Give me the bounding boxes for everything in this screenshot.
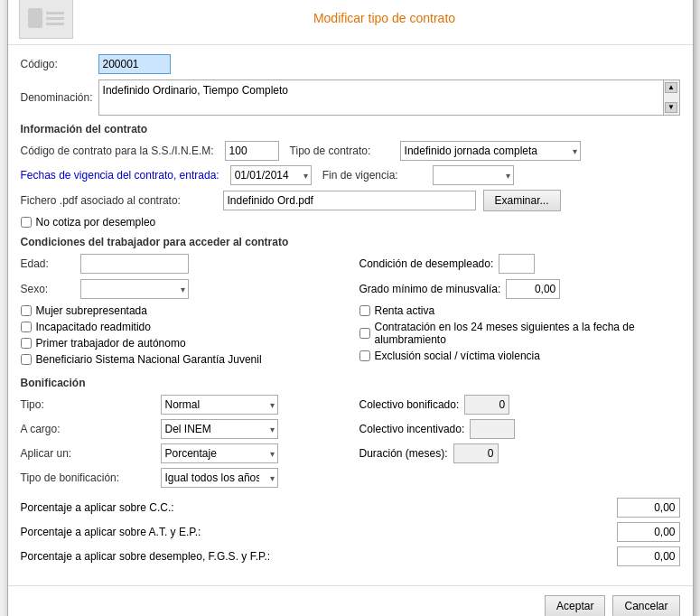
fin-vigencia-select[interactable]	[433, 165, 514, 185]
porcentaje-desempleo-row: Porcentaje a aplicar sobre desempleo, F.…	[21, 546, 680, 566]
condicion-desempleado-input[interactable]	[499, 254, 535, 274]
a-cargo-select[interactable]: Del INEM	[161, 419, 278, 439]
fichero-pdf-label: Fichero .pdf asociado al contrato:	[21, 194, 210, 207]
porcentaje-at-row: Porcentaje a aplicar sobre A.T. y E.P.:	[21, 522, 680, 542]
edad-row: Edad:	[21, 254, 341, 274]
tipo-bonificacion-row: Tipo de bonificación: Igual todos los añ…	[21, 468, 341, 488]
exclusion-social-row: Exclusión social / víctima violencia	[359, 350, 680, 362]
condiciones-header: Condiciones del trabajador para acceder …	[21, 236, 680, 248]
denominacion-label: Denominación:	[21, 91, 93, 104]
a-cargo-row: A cargo: Del INEM	[21, 419, 341, 439]
no-cotiza-label: No cotiza por desempleo	[36, 216, 156, 229]
aplicar-un-select[interactable]: Porcentaje	[161, 443, 278, 463]
contratacion-24-row: Contratación en los 24 meses siguientes …	[359, 321, 680, 346]
duracion-label: Duración (meses):	[359, 447, 448, 460]
cod-tipo-row: Código de contrato para la S.S./I.N.E.M:…	[21, 141, 680, 161]
porcentaje-at-label: Porcentaje a aplicar sobre A.T. y E.P.:	[21, 526, 617, 538]
fin-vigencia-select-wrapper[interactable]	[433, 165, 514, 185]
aplicar-un-label: Aplicar un:	[21, 447, 161, 460]
porcentaje-cc-input[interactable]	[617, 498, 680, 518]
tipo-bonif-select[interactable]: Normal	[161, 395, 278, 415]
scroll-down-btn[interactable]: ▼	[665, 102, 677, 113]
denominacion-value: Indefinido Ordinario, Tiempo Completo	[103, 84, 288, 97]
bonificacion-header: Bonificación	[21, 377, 680, 389]
info-contrato-header: Información del contrato	[21, 123, 680, 135]
codigo-input[interactable]	[98, 54, 171, 74]
cod-ss-input[interactable]	[225, 141, 279, 161]
dialog-container: Modificar tipo de contrato Código: Denom…	[7, 0, 694, 616]
bonif-left-col: Tipo: Normal A cargo: Del INEM	[21, 395, 341, 492]
sexo-select[interactable]	[80, 279, 189, 299]
tipo-contrato-select-wrapper[interactable]: Indefinido jornada completa	[400, 141, 581, 161]
fechas-fin-row: Fechas de vigencia del contrato, entrada…	[21, 165, 680, 185]
incapacitado-label: Incapacitado readmitido	[36, 321, 151, 333]
cod-ss-group: Código de contrato para la S.S./I.N.E.M:	[21, 141, 279, 161]
tipo-contrato-group: Tipo de contrato: Indefinido jornada com…	[290, 141, 581, 161]
colectivo-incentivado-input[interactable]	[470, 419, 515, 439]
tipo-contrato-label: Tipo de contrato:	[290, 145, 389, 157]
renta-activa-label: Renta activa	[375, 304, 435, 317]
tipo-bonificacion-label: Tipo de bonificación:	[21, 471, 161, 484]
tipo-contrato-select[interactable]: Indefinido jornada completa	[400, 141, 581, 161]
denominacion-row: Denominación: Indefinido Ordinario, Tiem…	[21, 79, 680, 116]
incapacitado-row: Incapacitado readmitido	[21, 321, 341, 333]
beneficiario-row: Beneficiario Sistema Nacional Garantía J…	[21, 353, 341, 366]
exclusion-social-label: Exclusión social / víctima violencia	[375, 350, 540, 362]
exclusion-social-checkbox[interactable]	[359, 350, 370, 361]
colectivo-bonificado-input[interactable]	[464, 395, 509, 415]
fechas-vigencia-label: Fechas de vigencia del contrato, entrada…	[21, 169, 219, 182]
colectivo-bonificado-row: Colectivo bonificado:	[359, 395, 680, 415]
sexo-select-wrapper[interactable]	[80, 279, 189, 299]
no-cotiza-row: No cotiza por desempleo	[21, 216, 680, 229]
fechas-vigencia-group: Fechas de vigencia del contrato, entrada…	[21, 165, 312, 185]
a-cargo-select-wrapper[interactable]: Del INEM	[161, 419, 278, 439]
porcentaje-desempleo-input[interactable]	[617, 546, 680, 566]
renta-activa-checkbox[interactable]	[359, 305, 370, 316]
mujer-checkbox[interactable]	[21, 305, 32, 316]
edad-input[interactable]	[80, 254, 189, 274]
fin-vigencia-label: Fin de vigencia:	[322, 169, 422, 182]
dialog-footer: Aceptar Cancelar	[8, 585, 693, 617]
contratacion-24-checkbox[interactable]	[359, 328, 370, 339]
primer-trabajador-checkbox[interactable]	[21, 338, 32, 349]
incapacitado-checkbox[interactable]	[21, 322, 32, 332]
tipo-bonificacion-select[interactable]: Igual todos los años	[161, 468, 278, 488]
cancelar-button[interactable]: Cancelar	[612, 595, 679, 617]
fechas-vigencia-select[interactable]: 01/01/2014	[230, 165, 312, 185]
tipo-bonif-row: Tipo: Normal	[21, 395, 341, 415]
tipo-bonificacion-select-wrapper[interactable]: Igual todos los años	[161, 468, 278, 488]
dialog-body: Código: Denominación: Indefinido Ordinar…	[8, 45, 693, 580]
condicion-desempleado-row: Condición de desempleado:	[359, 254, 680, 274]
cod-ss-label: Código de contrato para la S.S./I.N.E.M:	[21, 145, 214, 157]
duracion-input[interactable]	[453, 443, 499, 463]
grado-minusvalia-label: Grado mínimo de minusvalía:	[359, 283, 501, 295]
aplicar-un-row: Aplicar un: Porcentaje	[21, 443, 341, 463]
dialog-title: Modificar tipo de contrato	[88, 11, 682, 25]
fin-vigencia-group: Fin de vigencia:	[322, 165, 514, 185]
aceptar-button[interactable]: Aceptar	[545, 595, 605, 617]
codigo-row: Código:	[21, 54, 680, 74]
renta-activa-row: Renta activa	[359, 304, 680, 317]
porcentajes-section: Porcentaje a aplicar sobre C.C.: Porcent…	[21, 498, 680, 566]
scroll-up-btn[interactable]: ▲	[665, 82, 677, 93]
aplicar-un-select-wrapper[interactable]: Porcentaje	[161, 443, 278, 463]
fichero-pdf-input[interactable]	[223, 191, 476, 210]
beneficiario-label: Beneficiario Sistema Nacional Garantía J…	[36, 353, 262, 366]
condicion-desempleado-label: Condición de desempleado:	[359, 257, 494, 270]
mujer-row: Mujer subrepresentada	[21, 304, 341, 317]
beneficiario-checkbox[interactable]	[21, 354, 32, 365]
sexo-row: Sexo:	[21, 279, 341, 299]
colectivo-incentivado-label: Colectivo incentivado:	[359, 423, 465, 435]
grado-minusvalia-input[interactable]	[506, 279, 560, 299]
tipo-bonif-select-wrapper[interactable]: Normal	[161, 395, 278, 415]
grado-minusvalia-row: Grado mínimo de minusvalía:	[359, 279, 680, 299]
condiciones-left-col: Edad: Sexo: Mujer subrepresentada	[21, 254, 341, 369]
examinar-button[interactable]: Examinar...	[483, 190, 561, 211]
primer-trabajador-row: Primer trabajador de autónomo	[21, 337, 341, 350]
porcentaje-at-input[interactable]	[617, 522, 680, 542]
no-cotiza-checkbox[interactable]	[21, 217, 32, 228]
fechas-vigencia-select-wrapper[interactable]: 01/01/2014	[230, 165, 312, 185]
sexo-label: Sexo:	[21, 283, 75, 295]
mujer-label: Mujer subrepresentada	[36, 304, 147, 317]
condiciones-right-col: Condición de desempleado: Grado mínimo d…	[359, 254, 680, 369]
